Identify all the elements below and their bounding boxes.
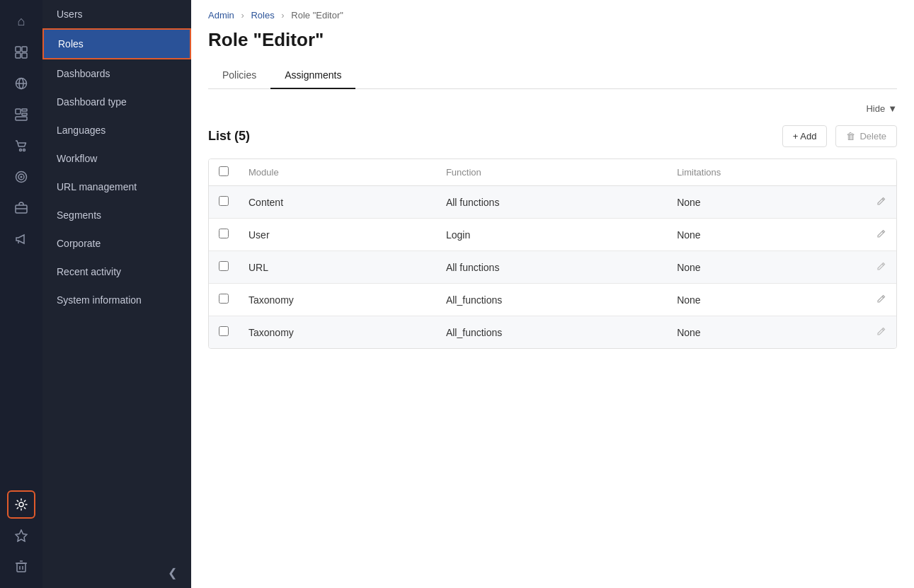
hide-button[interactable]: Hide ▼ — [866, 103, 897, 114]
row-checkbox[interactable] — [219, 196, 229, 206]
policies-table: Module Function Limitations Content All … — [209, 159, 896, 348]
select-all-checkbox[interactable] — [219, 166, 229, 176]
svg-rect-10 — [16, 117, 27, 120]
header-module: Module — [239, 159, 436, 186]
svg-point-18 — [19, 502, 23, 507]
sidebar-item-workflow[interactable]: Workflow — [42, 144, 191, 173]
breadcrumb-sep-1: › — [241, 10, 244, 21]
sidebar-item-system-information[interactable]: System information — [42, 286, 191, 314]
list-actions: + Add 🗑 Delete — [782, 125, 897, 147]
trash-icon[interactable] — [7, 553, 35, 581]
breadcrumb-sep-2: › — [281, 10, 284, 21]
add-button[interactable]: + Add — [782, 125, 828, 147]
table-row: Taxonomy All_functions None — [209, 284, 896, 316]
list-title: List (5) — [208, 129, 250, 144]
list-icon[interactable] — [7, 100, 35, 129]
sidebar-item-segments[interactable]: Segments — [42, 201, 191, 229]
text-sidebar: Users Roles Dashboards Dashboard type La… — [42, 0, 191, 588]
settings-icon[interactable] — [7, 490, 35, 519]
row-limitations: None — [667, 251, 861, 284]
svg-rect-3 — [22, 53, 27, 58]
row-checkbox-cell — [209, 251, 239, 284]
dashboard-icon[interactable] — [7, 38, 35, 67]
table-header-row: Module Function Limitations — [209, 159, 896, 186]
table-row: User Login None — [209, 219, 896, 251]
header-checkbox-col — [209, 159, 239, 186]
row-checkbox[interactable] — [219, 229, 229, 238]
sidebar-item-roles[interactable]: Roles — [42, 28, 191, 59]
svg-rect-7 — [16, 109, 21, 114]
collapse-sidebar-button[interactable]: ❮ — [42, 558, 191, 588]
row-function: All functions — [436, 186, 667, 219]
main-content: Admin › Roles › Role "Editor" Role "Edit… — [191, 0, 914, 588]
svg-rect-2 — [16, 53, 21, 58]
row-checkbox[interactable] — [219, 294, 229, 304]
sidebar-item-languages[interactable]: Languages — [42, 116, 191, 144]
row-limitations: None — [667, 316, 861, 349]
row-checkbox[interactable] — [219, 326, 229, 336]
table-row: URL All functions None — [209, 251, 896, 284]
breadcrumb-roles[interactable]: Roles — [251, 10, 274, 21]
svg-point-11 — [20, 149, 22, 151]
star-icon[interactable] — [7, 521, 35, 550]
edit-icon[interactable] — [876, 197, 886, 208]
row-module: Content — [239, 186, 436, 219]
breadcrumb-current: Role "Editor" — [291, 10, 343, 21]
edit-icon[interactable] — [876, 327, 886, 338]
svg-rect-8 — [22, 109, 27, 111]
hide-row: Hide ▼ — [208, 103, 897, 120]
breadcrumb-admin[interactable]: Admin — [208, 10, 234, 21]
row-limitations: None — [667, 284, 861, 316]
svg-rect-1 — [22, 47, 27, 52]
edit-icon[interactable] — [876, 262, 886, 273]
sidebar-item-dashboards[interactable]: Dashboards — [42, 59, 191, 88]
sidebar-item-recent-activity[interactable]: Recent activity — [42, 258, 191, 286]
cart-icon[interactable] — [7, 132, 35, 160]
delete-label: Delete — [859, 131, 886, 142]
row-edit-cell — [861, 186, 896, 219]
header-function: Function — [436, 159, 667, 186]
row-checkbox-cell — [209, 186, 239, 219]
row-module: URL — [239, 251, 436, 284]
hide-label: Hide — [866, 103, 885, 114]
tab-policies[interactable]: Policies — [208, 62, 270, 89]
row-module: User — [239, 219, 436, 251]
table-wrapper: Module Function Limitations Content All … — [208, 158, 897, 349]
header-limitations: Limitations — [667, 159, 861, 186]
svg-point-15 — [21, 176, 23, 178]
row-edit-cell — [861, 219, 896, 251]
page-title: Role "Editor" — [191, 21, 914, 51]
delete-button[interactable]: 🗑 Delete — [835, 125, 897, 147]
globe-icon[interactable] — [7, 69, 35, 98]
sidebar-item-dashboard-type[interactable]: Dashboard type — [42, 88, 191, 116]
tabs: Policies Assignments — [208, 62, 897, 89]
list-header: List (5) + Add 🗑 Delete — [208, 125, 897, 147]
briefcase-icon[interactable] — [7, 194, 35, 222]
hide-chevron-icon: ▼ — [888, 103, 897, 114]
sidebar-item-users[interactable]: Users — [42, 0, 191, 28]
svg-rect-0 — [16, 47, 21, 52]
header-actions-col — [861, 159, 896, 186]
row-module: Taxonomy — [239, 284, 436, 316]
svg-rect-20 — [17, 563, 25, 572]
tab-assignments[interactable]: Assignments — [270, 62, 355, 89]
edit-icon[interactable] — [876, 229, 886, 241]
row-checkbox-cell — [209, 316, 239, 349]
edit-icon[interactable] — [876, 294, 886, 306]
svg-marker-19 — [16, 530, 27, 541]
row-function: Login — [436, 219, 667, 251]
sidebar-item-corporate[interactable]: Corporate — [42, 229, 191, 258]
row-function: All_functions — [436, 284, 667, 316]
target-icon[interactable] — [7, 163, 35, 191]
home-icon[interactable]: ⌂ — [7, 7, 35, 35]
row-limitations: None — [667, 219, 861, 251]
row-checkbox[interactable] — [219, 261, 229, 271]
megaphone-icon[interactable] — [7, 225, 35, 253]
content-area: Hide ▼ List (5) + Add 🗑 Delete — [191, 89, 914, 588]
sidebar-item-url-management[interactable]: URL management — [42, 173, 191, 201]
icon-sidebar: ⌂ — [0, 0, 42, 588]
delete-trash-icon: 🗑 — [846, 131, 855, 142]
table-row: Content All functions None — [209, 186, 896, 219]
svg-point-12 — [23, 149, 25, 151]
row-edit-cell — [861, 251, 896, 284]
